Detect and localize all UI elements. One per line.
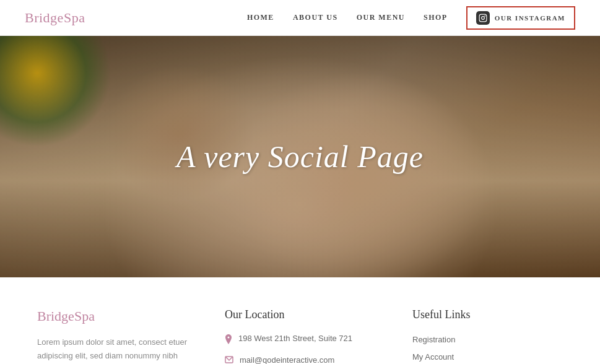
instagram-icon [476,11,490,25]
main-nav: HOME ABOUT US OUR MENU SHOP OUR INSTAGRA… [247,6,575,30]
nav-shop[interactable]: SHOP [424,13,448,22]
header: BridgeSpa HOME ABOUT US OUR MENU SHOP OU… [0,0,600,36]
svg-rect-0 [479,14,487,22]
footer-logo: BridgeSpa [37,308,188,324]
list-item: My Account [412,351,563,362]
footer-col-location: Our Location 198 West 21th Street, Suite… [188,308,375,364]
nav-about[interactable]: ABOUT US [293,13,338,22]
logo-text-accent: Spa [64,10,85,25]
footer-description: Lorem ipsum dolor sit amet, consect etue… [37,336,188,364]
footer-logo-main: Bridge [37,308,74,324]
list-item: Registration [412,334,563,345]
logo-text-main: Bridge [25,10,64,25]
svg-point-1 [481,16,484,19]
location-pin-icon [225,334,232,347]
instagram-label: OUR INSTAGRAM [495,14,565,22]
nav-home[interactable]: HOME [247,13,274,22]
footer-section: BridgeSpa Lorem ipsum dolor sit amet, co… [0,277,600,364]
link-registration[interactable]: Registration [412,335,455,344]
location-address: 198 West 21th Street, Suite 721 [225,334,375,347]
svg-point-2 [484,15,485,16]
useful-links-list: Registration My Account About Us [412,334,563,364]
hero-title: A very Social Page [176,139,424,175]
instagram-button[interactable]: OUR INSTAGRAM [466,6,575,30]
site-logo: BridgeSpa [25,10,85,26]
hero-section: A very Social Page [0,36,600,277]
useful-links-heading: Useful Links [412,308,563,321]
email-text: mail@qodeinteractive.com [240,355,334,364]
location-email: mail@qodeinteractive.com [225,355,375,364]
footer-logo-accent: Spa [74,308,95,324]
address-text: 198 West 21th Street, Suite 721 [238,334,352,343]
nav-menu[interactable]: OUR MENU [357,13,405,22]
email-icon [225,356,233,364]
footer-col-about: BridgeSpa Lorem ipsum dolor sit amet, co… [37,308,188,364]
footer-col-links: Useful Links Registration My Account Abo… [375,308,563,364]
link-my-account[interactable]: My Account [412,352,454,362]
location-heading: Our Location [225,308,375,321]
